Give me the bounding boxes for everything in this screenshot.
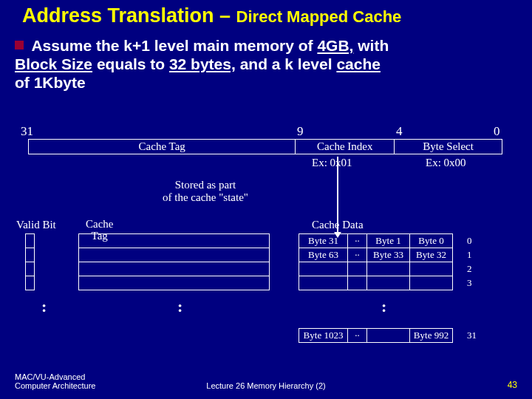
diagram: 31 9 4 0 Cache Tag Cache Index Byte Sele… [15, 124, 517, 375]
bit-31: 31 [21, 124, 33, 139]
vdots-icon: : [381, 297, 386, 316]
cache-data-last-row: Byte 1023 ·· Byte 992 [299, 328, 453, 343]
data-cell: Byte 63 [299, 248, 348, 262]
cache-index-field: Cache Index [296, 140, 395, 154]
vdots-icon: : [41, 297, 47, 316]
title-sub: Direct Mapped Cache [236, 7, 402, 26]
row-num-31: 31 [467, 330, 477, 341]
data-cell: Byte 1 [367, 234, 410, 248]
footer-center: Lecture 26 Memory Hierarchy (2) [0, 381, 532, 390]
row-num-2: 2 [467, 263, 472, 275]
cache-data-table: Byte 31 ·· Byte 1 Byte 0 Byte 63 ·· Byte… [299, 233, 453, 290]
slide-number: 43 [508, 380, 517, 390]
data-cell: Byte 31 [299, 234, 348, 248]
row-num-0: 0 [467, 235, 472, 247]
data-dots: ·· [348, 248, 367, 262]
row-num-1: 1 [467, 249, 472, 261]
data-cell: Byte 0 [410, 234, 453, 248]
cache-data-label: Cache Data [312, 219, 364, 231]
bullet-text: Assume the k+1 level main memory of 4GB,… [15, 37, 389, 91]
title-main: Address Translation – [22, 4, 236, 27]
row-num-3: 3 [467, 277, 472, 289]
valid-bit-label: Valid Bit [16, 219, 56, 231]
stored-note: Stored as partof the cache "state" [163, 179, 248, 203]
vdots-icon: : [177, 297, 183, 316]
bit-0: 0 [494, 124, 500, 139]
cache-tag-field: Cache Tag [29, 140, 296, 154]
example-byte-select: Ex: 0x00 [426, 157, 466, 169]
address-fields: Cache Tag Cache Index Byte Select [28, 139, 502, 154]
data-dots: ·· [348, 234, 367, 248]
bullet-icon [15, 41, 24, 50]
bit-4: 4 [396, 124, 403, 139]
data-cell: Byte 992 [410, 329, 453, 343]
cache-tag-column [78, 233, 270, 290]
bullet-item: Assume the k+1 level main memory of 4GB,… [0, 27, 532, 92]
slide-title: Address Translation – Direct Mapped Cach… [0, 0, 532, 27]
data-dots: ·· [348, 329, 367, 343]
data-cell: Byte 32 [410, 248, 453, 262]
example-cache-index: Ex: 0x01 [312, 157, 352, 169]
data-cell [367, 329, 410, 343]
data-cell: Byte 33 [367, 248, 410, 262]
byte-select-field: Byte Select [395, 140, 502, 154]
data-cell: Byte 1023 [299, 329, 348, 343]
bit-9: 9 [297, 124, 304, 139]
valid-bit-column [25, 233, 35, 290]
